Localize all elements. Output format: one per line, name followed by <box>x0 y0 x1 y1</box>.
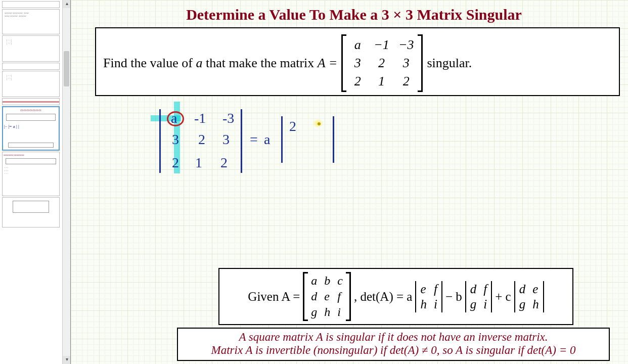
slide-thumbnail[interactable] <box>2 98 60 105</box>
hw-entry: -3 <box>222 110 234 126</box>
slide-thumbnail[interactable] <box>2 197 60 228</box>
scrollbar-handle[interactable] <box>64 51 69 86</box>
slide-canvas: Determine a Value To Make a 3 × 3 Matrix… <box>71 0 628 364</box>
problem-statement-box: Find the value of a that make the matrix… <box>95 27 620 96</box>
slide-thumbnail-current[interactable]: ▭▭▭▭▭▭▭ |·· |= a | | <box>2 106 60 151</box>
matrix-A: a−1−3 323 212 <box>341 34 423 92</box>
thumbnail-list: ▭▭▭ ▭▭▭▭ ▭▭▭▭ ▭▭▭ ▭▭▭ | · · || · · | | ·… <box>0 1 62 228</box>
slide-thumbnail[interactable]: | · · || · · | <box>2 71 60 97</box>
singular-definition-box: A square matrix A is singular if it does… <box>177 328 610 361</box>
hw-equals: = <box>250 131 258 148</box>
slide-thumbnail[interactable]: | · · || · · | <box>2 35 60 62</box>
definition-line-2: Matrix A is invertible (nonsingular) if … <box>186 344 601 357</box>
hw-minor-entry: 2 <box>289 118 296 134</box>
thumbnail-scrollbar[interactable]: ▴ ▾ <box>62 0 70 364</box>
minor-2: df gi <box>465 281 492 312</box>
scroll-up-icon[interactable]: ▴ <box>63 0 71 8</box>
hw-entry: 3 <box>172 131 179 148</box>
minor-3: de gh <box>514 281 544 312</box>
problem-text: Find the value of a that make the matrix… <box>103 56 337 71</box>
det-label: , det(A) = a <box>354 290 412 304</box>
hw-entry: a <box>171 110 177 126</box>
slide-thumbnail-panel: ▭▭▭ ▭▭▭▭ ▭▭▭▭ ▭▭▭ ▭▭▭ | · · || · · | | ·… <box>0 0 71 364</box>
hw-coefficient: a <box>264 131 270 148</box>
slide-title: Determine a Value To Make a 3 × 3 Matrix… <box>80 0 628 27</box>
scroll-down-icon[interactable]: ▾ <box>63 356 71 364</box>
plus-c: + c <box>495 290 511 304</box>
slide-thumbnail[interactable] <box>2 1 60 8</box>
minor-1: ef hi <box>415 281 442 312</box>
pen-cursor-icon <box>318 122 321 125</box>
cofactor-formula-box: Given A = abc def ghi , det(A) = a ef hi… <box>218 268 573 325</box>
hw-entry: 2 <box>198 131 205 148</box>
minor-bar <box>333 116 334 163</box>
hw-entry: 2 <box>220 155 228 171</box>
scrollbar-track[interactable] <box>63 8 70 356</box>
slide-thumbnail[interactable]: ▭▭▭▭ ▭▭▭▭ · · ·· · ·· · · <box>2 152 60 196</box>
problem-tail: singular. <box>427 56 472 71</box>
determinant-bar <box>241 109 242 173</box>
slide-thumbnail[interactable]: ▭▭▭ ▭▭▭▭ ▭▭▭▭ ▭▭▭ ▭▭▭ <box>2 9 60 34</box>
definition-line-1: A square matrix A is singular if it does… <box>186 331 601 344</box>
hw-entry: 1 <box>195 155 202 171</box>
hw-entry: 2 <box>172 155 179 171</box>
generic-matrix: abc def ghi <box>303 272 351 321</box>
hw-entry: -1 <box>194 110 206 126</box>
slide-thumbnail[interactable] <box>2 63 60 70</box>
minus-b: − b <box>445 290 462 304</box>
given-label: Given A = <box>248 290 300 304</box>
hw-entry: 3 <box>222 131 230 148</box>
determinant-bar <box>159 109 161 173</box>
minor-bar <box>281 116 283 163</box>
